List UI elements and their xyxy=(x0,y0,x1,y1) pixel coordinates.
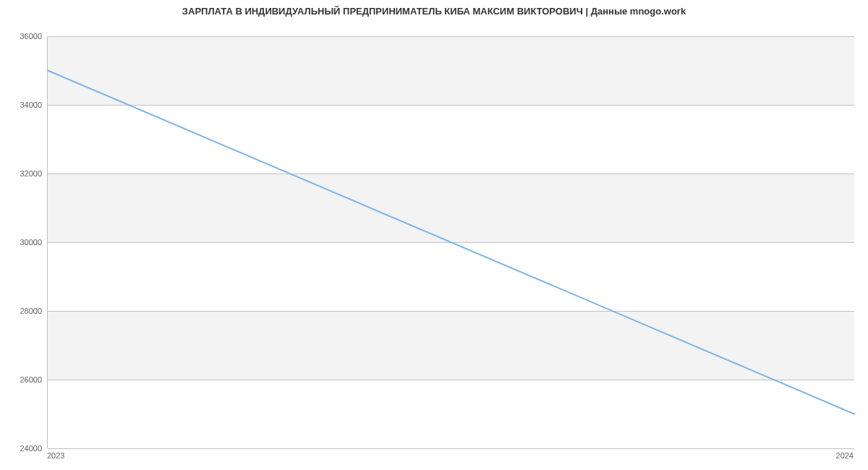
chart-title: ЗАРПЛАТА В ИНДИВИДУАЛЬНЫЙ ПРЕДПРИНИМАТЕЛ… xyxy=(0,6,868,17)
salary-chart: ЗАРПЛАТА В ИНДИВИДУАЛЬНЫЙ ПРЕДПРИНИМАТЕЛ… xyxy=(0,0,868,470)
y-tick-label: 32000 xyxy=(6,169,42,178)
y-tick-label: 36000 xyxy=(6,32,42,40)
series-line xyxy=(48,71,854,414)
y-tick-label: 24000 xyxy=(6,444,42,453)
y-tick-label: 28000 xyxy=(6,307,42,315)
x-tick-label: 2023 xyxy=(47,451,64,460)
chart-svg xyxy=(48,36,854,448)
x-tick-label: 2024 xyxy=(836,451,854,460)
plot-area xyxy=(47,36,854,448)
gridline xyxy=(48,448,854,449)
y-tick-label: 30000 xyxy=(6,238,42,247)
y-tick-label: 34000 xyxy=(6,101,42,109)
y-tick-label: 26000 xyxy=(6,375,42,384)
